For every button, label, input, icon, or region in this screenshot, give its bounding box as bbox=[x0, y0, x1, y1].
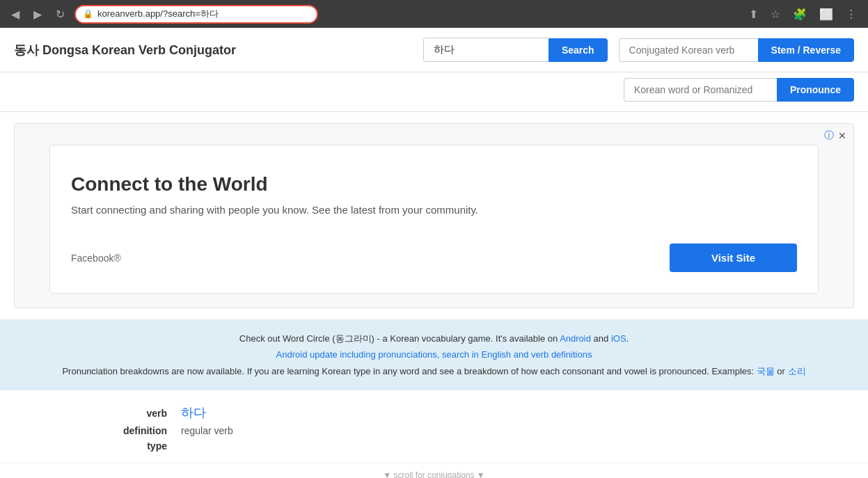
android-link[interactable]: Android bbox=[560, 333, 591, 344]
ad-inner: Connect to the World Start connecting an… bbox=[49, 145, 819, 294]
verb-label: verb bbox=[97, 408, 167, 419]
info-banner: Check out Word Circle (동그라미) - a Korean … bbox=[0, 319, 868, 390]
type-row: type bbox=[14, 440, 854, 452]
ad-footer: Facebook® Visit Site bbox=[71, 244, 797, 272]
browser-actions: ⬆ ☆ 🧩 ⬜ ⋮ bbox=[745, 6, 861, 22]
ad-info-button[interactable]: ⓘ bbox=[824, 129, 834, 142]
address-bar-container: 🔒 bbox=[74, 5, 318, 24]
bottom-partial: ▼ scroll for conjugations ▼ bbox=[0, 463, 868, 478]
extension-button[interactable]: 🧩 bbox=[789, 6, 811, 22]
search-button[interactable]: Search bbox=[549, 38, 608, 62]
stem-reverse-button[interactable]: Stem / Reverse bbox=[758, 38, 854, 62]
header: 동사 Dongsa Korean Verb Conjugator Search … bbox=[0, 28, 868, 72]
info-line2: Android update including pronunciations,… bbox=[14, 346, 854, 363]
pronounce-button[interactable]: Pronounce bbox=[777, 78, 854, 102]
bookmark-button[interactable]: ☆ bbox=[766, 6, 784, 22]
browser-chrome: ◀ ▶ ↻ 🔒 ⬆ ☆ 🧩 ⬜ ⋮ bbox=[0, 0, 868, 28]
ad-title: Connect to the World bbox=[71, 173, 268, 196]
header-row2: Pronounce bbox=[0, 72, 868, 112]
menu-button[interactable]: ⋮ bbox=[842, 6, 861, 22]
android-update-link[interactable]: Android update including pronunciations,… bbox=[276, 349, 592, 360]
ad-close-button[interactable]: ✕ bbox=[838, 130, 846, 141]
info-text-3: Pronunciation breakdowns are now availab… bbox=[62, 366, 756, 376]
info-line3: Pronunciation breakdowns are now availab… bbox=[14, 363, 854, 379]
pronounce-input[interactable] bbox=[624, 78, 777, 102]
reload-button[interactable]: ↻ bbox=[52, 5, 69, 24]
ad-subtitle: Start connecting and sharing with people… bbox=[71, 204, 478, 216]
info-period: . bbox=[626, 333, 629, 344]
verb-info: verb 하다 definition regular verb type bbox=[0, 390, 868, 463]
verb-value: 하다 bbox=[181, 404, 206, 421]
back-button[interactable]: ◀ bbox=[7, 5, 24, 24]
address-bar[interactable] bbox=[97, 9, 310, 19]
ios-link[interactable]: iOS bbox=[611, 333, 626, 344]
page-content: 동사 Dongsa Korean Verb Conjugator Search … bbox=[0, 28, 868, 478]
info-and-text: and bbox=[591, 333, 611, 344]
ad-brand: Facebook® bbox=[71, 253, 121, 264]
definition-row: definition regular verb bbox=[14, 425, 854, 436]
definition-label: definition bbox=[97, 425, 167, 436]
info-or-text: or bbox=[775, 366, 788, 376]
site-title: 동사 Dongsa Korean Verb Conjugator bbox=[14, 42, 236, 58]
ad-visit-button[interactable]: Visit Site bbox=[670, 244, 797, 272]
share-button[interactable]: ⬆ bbox=[745, 6, 762, 22]
bottom-text: ▼ scroll for conjugations ▼ bbox=[383, 470, 484, 478]
example2-link[interactable]: 소리 bbox=[788, 366, 806, 376]
lock-icon: 🔒 bbox=[83, 9, 93, 19]
tab-button[interactable]: ⬜ bbox=[815, 6, 837, 22]
info-line1: Check out Word Circle (동그라미) - a Korean … bbox=[14, 330, 854, 346]
reverse-input[interactable] bbox=[619, 38, 758, 62]
forward-button[interactable]: ▶ bbox=[29, 5, 46, 24]
search-section: Search bbox=[423, 38, 608, 62]
ad-controls: ⓘ ✕ bbox=[824, 129, 846, 142]
verb-row: verb 하다 bbox=[14, 404, 854, 421]
info-text-1: Check out Word Circle (동그라미) - a Korean … bbox=[239, 333, 560, 344]
reverse-section: Stem / Reverse bbox=[619, 38, 854, 62]
ad-container: ⓘ ✕ Connect to the World Start connectin… bbox=[14, 123, 854, 308]
definition-value: regular verb bbox=[181, 425, 233, 436]
search-input[interactable] bbox=[423, 38, 549, 62]
type-label: type bbox=[97, 440, 167, 452]
example1-link[interactable]: 국물 bbox=[757, 366, 775, 376]
